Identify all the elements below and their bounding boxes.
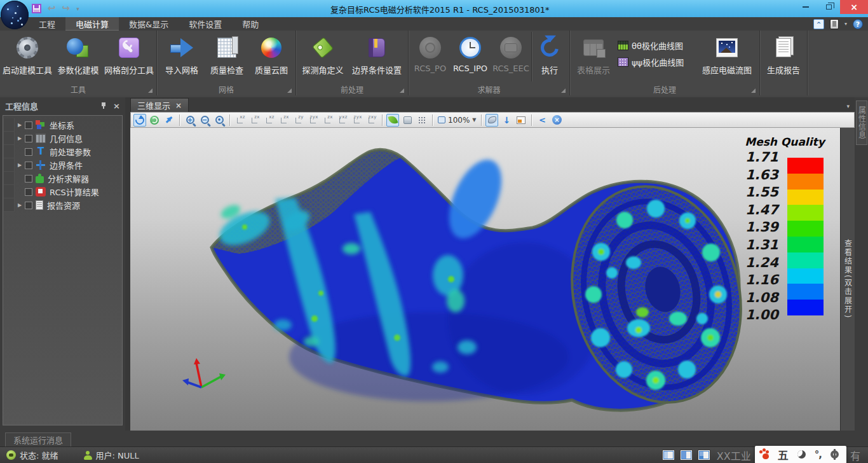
tab-project[interactable]: 工程 [29, 17, 65, 31]
view-orientation-button[interactable]: zx [278, 114, 290, 126]
tab-property-info[interactable]: 属性信息 [856, 100, 867, 145]
group-launcher-icon[interactable] [287, 88, 292, 93]
expand-arrow-icon[interactable]: ▶ [15, 202, 25, 208]
redo-icon[interactable]: ↪ [62, 4, 71, 13]
psi-polarization-curve-button[interactable]: ψψ极化曲线图 [615, 55, 696, 69]
theta-polarization-curve-button[interactable]: θθ极化曲线图 [615, 38, 696, 52]
ime-scheme[interactable]: 五 [778, 446, 789, 462]
induced-current-map-button[interactable]: 感应电磁流图 [696, 32, 757, 83]
tree-item-boundary-conditions[interactable]: ▶ 边界条件 [3, 158, 122, 172]
boundary-condition-settings-button[interactable]: 边界条件设置 [348, 32, 406, 83]
layout-bottom-icon[interactable] [698, 450, 710, 460]
flat-display-button[interactable] [401, 114, 414, 127]
view-orientation-button[interactable]: zxy [365, 114, 378, 126]
tab-data-display[interactable]: 数据&显示 [119, 17, 179, 31]
mesh-partition-tool-button[interactable]: 网格剖分工具 [104, 32, 154, 83]
tab-system-messages[interactable]: 系统运行消息 [5, 432, 71, 446]
generate-report-button[interactable]: 生成报告 [762, 32, 805, 83]
tab-help[interactable]: 帮助 [232, 17, 269, 31]
rcs-ipo-button[interactable]: RCS_IPO [450, 32, 491, 83]
view-orientation-button[interactable]: xz [234, 114, 247, 126]
tab-3d-display[interactable]: 三维显示 × [130, 98, 189, 112]
checkbox[interactable] [25, 135, 32, 142]
minimize-button[interactable] [794, 0, 817, 14]
restore-button[interactable] [817, 0, 840, 14]
launch-modeling-tool-button[interactable]: 启动建模工具 [2, 32, 53, 83]
share-button[interactable]: < [536, 114, 548, 127]
view-orientation-button[interactable]: yxz [336, 114, 349, 126]
region-select-button[interactable] [485, 114, 498, 127]
clear-view-button[interactable]: × [550, 114, 563, 127]
checkbox[interactable] [25, 202, 32, 209]
group-launcher-icon[interactable] [400, 88, 404, 93]
3d-canvas[interactable]: Mesh Quality 1.71 1.63 1.55 1.47 1.39 1.… [130, 128, 855, 431]
layout-left-icon[interactable] [662, 450, 675, 460]
zoom-level-dropdown-icon[interactable]: ▼ [472, 117, 476, 123]
checkbox[interactable] [25, 121, 32, 129]
detection-angle-button[interactable]: 探测角定义 [298, 32, 348, 83]
quality-cloud-map-button[interactable]: 质量云图 [249, 32, 294, 83]
orbit-rotate-button[interactable] [133, 114, 146, 127]
tree-item-preprocess-params[interactable]: T 前处理参数 [3, 145, 122, 158]
ime-punctuation[interactable]: °, [815, 449, 822, 460]
tab-close-icon[interactable]: × [175, 101, 182, 110]
tree-item-rcs-results[interactable]: RCS计算结果 [3, 185, 122, 198]
window-style-icon[interactable] [830, 19, 839, 29]
spin-button[interactable] [148, 114, 161, 127]
view-orientation-button[interactable]: xz [263, 114, 276, 126]
zoom-fit-button[interactable]: • [213, 114, 226, 127]
zoom-in-button[interactable]: + [184, 114, 196, 127]
style-dropdown-icon[interactable]: ▾ [844, 21, 847, 27]
group-launcher-icon[interactable] [751, 88, 756, 93]
ime-halfwidth-icon[interactable] [797, 450, 806, 459]
pan-zoom-button[interactable] [163, 114, 175, 127]
group-launcher-icon[interactable] [148, 88, 153, 93]
tab-list-dropdown-icon[interactable]: ▾ [846, 103, 850, 109]
qat-dropdown-icon[interactable]: ▾ [76, 6, 79, 12]
rcs-po-button[interactable]: RCS_PO [410, 32, 450, 83]
layout-split-icon[interactable] [680, 450, 693, 460]
download-view-button[interactable]: ↓ [500, 114, 513, 127]
shaded-display-button[interactable] [386, 114, 399, 127]
checkbox[interactable] [25, 188, 32, 196]
collapse-ribbon-icon[interactable]: ^ [813, 19, 824, 29]
points-display-button[interactable] [416, 114, 428, 127]
zoom-level-control[interactable]: 100% ▼ [437, 116, 477, 125]
checkbox[interactable] [25, 148, 32, 156]
ime-settings-icon[interactable] [831, 450, 839, 459]
expand-arrow-icon[interactable]: ▶ [15, 162, 25, 168]
tree-item-report-resources[interactable]: ▶ 报告资源 [3, 198, 122, 212]
save-icon[interactable] [32, 4, 41, 13]
tree-item-geometry-info[interactable]: ▶ 几何信息 [3, 132, 122, 145]
snapshot-button[interactable] [515, 114, 527, 127]
checkbox[interactable] [25, 162, 32, 169]
view-orientation-button[interactable]: zx [248, 114, 261, 126]
undo-icon[interactable]: ↩ [48, 4, 56, 13]
execute-button[interactable]: 执行 [532, 32, 567, 83]
expand-arrow-icon[interactable]: ▶ [15, 122, 25, 128]
tab-software-settings[interactable]: 软件设置 [179, 17, 232, 31]
help-icon[interactable]: ? [853, 19, 863, 29]
view-orientation-button[interactable]: zyx [307, 114, 320, 126]
zoom-out-button[interactable]: − [198, 114, 211, 127]
ime-logo-icon[interactable] [763, 453, 769, 459]
tab-em-computation[interactable]: 电磁计算 [65, 17, 119, 31]
rcs-eec-button[interactable]: RCS_EEC [491, 32, 531, 83]
view-results-strip[interactable]: 查看结果(双击展开) [840, 128, 855, 431]
view-orientation-button[interactable]: zy [292, 114, 305, 126]
import-mesh-button[interactable]: 导入网格 [159, 32, 205, 83]
checkbox[interactable] [25, 175, 32, 183]
view-orientation-button[interactable]: zx [322, 114, 334, 126]
quality-check-button[interactable]: 质量检查 [205, 32, 249, 83]
panel-close-icon[interactable]: × [113, 102, 120, 110]
parametric-modeling-button[interactable]: 参数化建模 [53, 32, 104, 83]
expand-arrow-icon[interactable]: ▶ [15, 135, 25, 141]
pin-icon[interactable] [100, 102, 107, 109]
view-orientation-button[interactable]: zyx [351, 114, 363, 126]
close-button[interactable]: × [840, 0, 868, 14]
tree-item-analysis-solver[interactable]: 分析求解器 [3, 172, 122, 185]
tree-item-coordinate-system[interactable]: ▶ 坐标系 [3, 118, 122, 132]
app-logo[interactable] [1, 1, 29, 29]
group-launcher-icon[interactable] [561, 88, 566, 93]
table-display-button[interactable]: 表格展示 [572, 32, 615, 83]
